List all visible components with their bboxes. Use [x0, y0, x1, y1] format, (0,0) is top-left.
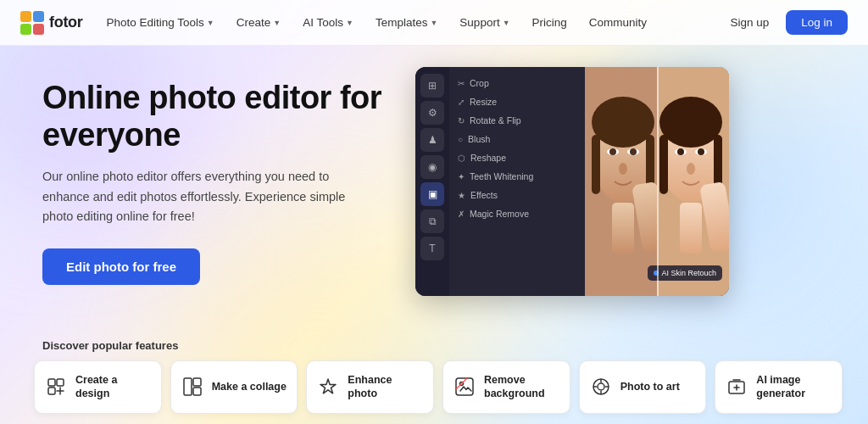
feature-ai-image-generator[interactable]: AI image generator: [715, 360, 843, 414]
panel-resize[interactable]: ⤢ Resize: [449, 92, 585, 111]
nav-support[interactable]: Support ▼: [451, 11, 518, 34]
feature-make-collage-label: Make a collage: [212, 380, 287, 393]
hero-title: Online photo editor for everyone: [42, 80, 415, 153]
logo-text: fotor: [49, 14, 82, 31]
features-title: Discover popular features: [34, 339, 843, 352]
svg-rect-30: [48, 388, 55, 394]
panel-crop[interactable]: ✂ Crop: [449, 74, 585, 92]
signup-button[interactable]: Sign up: [718, 10, 781, 35]
feature-ai-image-generator-label: AI image generator: [756, 373, 832, 401]
teeth-icon: ✦: [458, 172, 465, 181]
svg-rect-17: [680, 203, 702, 254]
rotate-icon: ↻: [458, 116, 465, 126]
make-collage-icon: [181, 376, 203, 398]
nav-pricing[interactable]: Pricing: [524, 11, 576, 34]
chevron-down-icon: ▼: [503, 19, 510, 27]
feature-create-design-label: Create a design: [75, 373, 151, 401]
svg-point-26: [687, 163, 695, 175]
feature-enhance-photo[interactable]: Enhance photo: [306, 360, 434, 414]
svg-rect-32: [193, 378, 201, 386]
svg-rect-28: [48, 379, 55, 386]
chevron-down-icon: ▼: [430, 19, 437, 27]
chevron-down-icon: ▼: [207, 19, 214, 27]
photo-to-art-icon: [590, 376, 612, 398]
svg-point-13: [630, 148, 637, 155]
svg-point-19: [659, 97, 722, 148]
ai-image-generator-icon: [726, 376, 748, 398]
panel-rotate[interactable]: ↻ Rotate & Flip: [449, 111, 585, 130]
nav-templates[interactable]: Templates ▼: [367, 11, 446, 34]
chevron-down-icon: ▼: [273, 19, 281, 27]
panel-teeth-whitening[interactable]: ✦ Teeth Whitening: [449, 167, 585, 186]
tool-eye-icon[interactable]: ◉: [420, 155, 444, 179]
magic-remove-icon: ✗: [458, 209, 465, 219]
svg-point-23: [677, 148, 684, 155]
tool-text-icon[interactable]: T: [420, 237, 444, 260]
nav-community[interactable]: Community: [581, 11, 655, 34]
svg-rect-33: [193, 388, 201, 395]
nav-ai-tools[interactable]: AI Tools ▼: [294, 11, 362, 34]
svg-rect-20: [659, 135, 668, 194]
tool-sliders-icon[interactable]: ⚙: [420, 101, 444, 125]
svg-line-36: [456, 378, 467, 389]
editor-sidebar: ⊞ ⚙ ♟ ◉ ▣ ⧉ T: [415, 67, 449, 296]
cta-edit-button[interactable]: Edit photo for free: [42, 248, 200, 285]
svg-rect-1: [33, 11, 44, 22]
face-svg-left: [585, 67, 657, 296]
chevron-down-icon: ▼: [346, 19, 353, 27]
panel-effects[interactable]: ★ Effects: [449, 186, 585, 204]
photo-after: [657, 67, 729, 296]
hero-subtitle: Our online photo editor offers everythin…: [42, 167, 348, 226]
tool-crop-icon[interactable]: ▣: [420, 182, 444, 206]
editor-mockup-image: ⊞ ⚙ ♟ ◉ ▣ ⧉ T ✂ Crop ⤢ Resize ↻: [415, 67, 729, 296]
editor-panel: ✂ Crop ⤢ Resize ↻ Rotate & Flip ○ Blush …: [449, 67, 585, 296]
photo-before: [585, 67, 657, 296]
hero-text-block: Online photo editor for everyone Our onl…: [42, 71, 415, 285]
nav-photo-editing-tools[interactable]: Photo Editing Tools ▼: [97, 11, 222, 34]
remove-background-icon: [453, 376, 476, 398]
tool-person-icon[interactable]: ♟: [420, 128, 444, 152]
feature-photo-to-art[interactable]: Photo to art: [579, 360, 707, 414]
panel-blush[interactable]: ○ Blush: [449, 130, 585, 148]
svg-rect-8: [592, 135, 600, 194]
editor-photo-area: AI Skin Retouch: [585, 67, 729, 296]
logo-link[interactable]: fotor: [20, 11, 82, 35]
navbar: fotor Photo Editing Tools ▼ Create ▼ AI …: [0, 0, 868, 46]
panel-magic-remove[interactable]: ✗ Magic Remove: [449, 204, 585, 223]
effects-icon: ★: [458, 191, 465, 200]
nav-create[interactable]: Create ▼: [228, 11, 289, 34]
resize-icon: ⤢: [458, 98, 465, 107]
svg-point-7: [592, 97, 654, 148]
feature-remove-background-label: Remove background: [484, 373, 559, 401]
features-section: Discover popular features Create a desig…: [0, 339, 868, 414]
svg-point-25: [698, 148, 704, 155]
feature-photo-to-art-label: Photo to art: [620, 380, 680, 393]
svg-rect-29: [57, 379, 64, 386]
split-divider: [657, 67, 659, 296]
svg-rect-3: [33, 24, 44, 35]
feature-remove-background[interactable]: Remove background: [442, 360, 570, 414]
svg-rect-2: [20, 24, 31, 35]
features-row: Create a design Make a collage Enhance p…: [34, 360, 843, 414]
login-button[interactable]: Log in: [786, 10, 848, 35]
feature-create-design[interactable]: Create a design: [34, 360, 162, 414]
svg-point-14: [619, 163, 627, 175]
ai-skin-retouch-badge: AI Skin Retouch: [648, 265, 722, 281]
tool-layers-icon[interactable]: ⧉: [420, 209, 444, 233]
panel-reshape[interactable]: ⬡ Reshape: [449, 148, 585, 167]
hero-section: Online photo editor for everyone Our onl…: [0, 46, 868, 339]
face-svg-right: [657, 67, 729, 296]
create-design-icon: [45, 376, 67, 398]
logo-icon: [20, 11, 44, 35]
reshape-icon: ⬡: [458, 153, 465, 163]
svg-point-11: [609, 148, 616, 155]
feature-enhance-photo-label: Enhance photo: [348, 373, 423, 401]
svg-point-39: [598, 383, 604, 390]
tool-grid-icon[interactable]: ⊞: [420, 74, 444, 98]
svg-rect-0: [20, 11, 31, 22]
crop-icon: ✂: [458, 79, 465, 88]
svg-rect-31: [184, 378, 192, 395]
blush-icon: ○: [458, 135, 463, 144]
enhance-photo-icon: [317, 376, 339, 398]
feature-make-collage[interactable]: Make a collage: [170, 360, 298, 414]
